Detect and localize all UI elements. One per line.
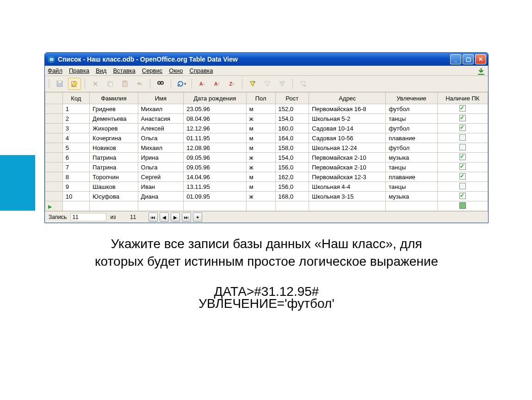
cell-address[interactable]: Первомайская 2-10 xyxy=(309,153,386,162)
cell-dob[interactable]: 09.05.96 xyxy=(184,153,247,162)
cell-address[interactable] xyxy=(309,201,386,211)
table-row[interactable]: 2ДементьеваАнастасия08.04.96ж154,0Школьн… xyxy=(45,114,488,124)
menu-edit[interactable]: Правка xyxy=(69,67,89,74)
col-hobby[interactable]: Увлечение xyxy=(386,93,437,104)
row-selector[interactable] xyxy=(45,143,63,153)
pc-checkbox[interactable] xyxy=(459,115,466,121)
cell-pc[interactable] xyxy=(437,172,488,182)
row-selector[interactable] xyxy=(45,104,63,114)
cell-hobby[interactable]: плавание xyxy=(386,133,437,143)
cell-dob[interactable]: 01.11.95 xyxy=(184,133,247,143)
cell-hobby[interactable]: танцы xyxy=(386,162,437,172)
menu-service[interactable]: Сервис xyxy=(142,67,163,74)
cell-dob[interactable]: 23.05.96 xyxy=(184,104,247,114)
cell-surname[interactable]: Торопчин xyxy=(90,172,138,182)
cell-pc[interactable] xyxy=(437,153,488,162)
cell-id[interactable]: 6 xyxy=(62,153,89,162)
cell-sex[interactable]: ж xyxy=(246,114,275,124)
table-row[interactable]: 7ПатринаОльга09.05.96ж156,0Первомайская … xyxy=(45,162,488,172)
row-selector[interactable] xyxy=(45,172,63,182)
col-name[interactable]: Имя xyxy=(138,93,184,104)
sort-asc-icon[interactable]: A↓ xyxy=(196,78,209,90)
cell-address[interactable]: Садовая 10-14 xyxy=(309,124,386,133)
cell-height[interactable]: 160,0 xyxy=(275,124,309,133)
row-selector[interactable] xyxy=(45,133,63,143)
row-selector-new[interactable]: ▶ xyxy=(45,201,63,211)
pc-checkbox[interactable] xyxy=(459,105,466,112)
cell-height[interactable]: 154,0 xyxy=(275,114,309,124)
menu-help[interactable]: Справка xyxy=(190,67,213,74)
table-row[interactable]: 3ЖихоревАлексей12.12.96м160,0Садовая 10-… xyxy=(45,124,488,133)
cell-name[interactable] xyxy=(138,201,184,211)
pc-checkbox[interactable] xyxy=(459,154,466,160)
row-selector[interactable] xyxy=(45,114,63,124)
cell-height[interactable]: 152,0 xyxy=(275,104,309,114)
cell-dob[interactable] xyxy=(184,201,247,211)
cell-height[interactable] xyxy=(275,201,309,211)
cell-dob[interactable]: 13.11.95 xyxy=(184,182,247,192)
cell-sex[interactable] xyxy=(246,201,275,211)
cell-name[interactable]: Ольга xyxy=(138,133,184,143)
record-number-input[interactable] xyxy=(70,213,106,221)
nav-next-button[interactable]: ▶ xyxy=(171,212,180,222)
cell-dob[interactable]: 14.04.96 xyxy=(184,172,247,182)
cell-sex[interactable]: ж xyxy=(246,153,275,162)
cell-hobby[interactable]: танцы xyxy=(386,182,437,192)
cell-pc[interactable] xyxy=(437,114,488,124)
nav-prev-button[interactable]: ◀ xyxy=(160,212,169,222)
menu-file[interactable]: Файл xyxy=(48,67,62,74)
cell-sex[interactable]: м xyxy=(246,182,275,192)
autofilter-icon[interactable] xyxy=(246,78,259,90)
cell-name[interactable]: Ирина xyxy=(138,153,184,162)
cell-address[interactable]: Школьная 3-15 xyxy=(309,192,386,201)
find-icon[interactable] xyxy=(154,78,167,90)
col-sex[interactable]: Пол xyxy=(246,93,275,104)
cell-sex[interactable]: м xyxy=(246,104,275,114)
cell-pc[interactable] xyxy=(437,201,488,211)
cell-name[interactable]: Ольга xyxy=(138,162,184,172)
cell-id[interactable]: 7 xyxy=(62,162,89,172)
cell-dob[interactable]: 12.08.96 xyxy=(184,143,247,153)
minimize-button[interactable]: _ xyxy=(450,54,461,64)
cell-address[interactable]: Первомайская 2-10 xyxy=(309,162,386,172)
cell-sex[interactable]: ж xyxy=(246,192,275,201)
menu-view[interactable]: Вид xyxy=(96,67,107,74)
edit-toggle-icon[interactable] xyxy=(68,78,81,90)
col-pc[interactable]: Наличие ПК xyxy=(437,93,488,104)
cell-sex[interactable]: м xyxy=(246,124,275,133)
cell-surname[interactable]: Кочергина xyxy=(90,133,138,143)
cell-pc[interactable] xyxy=(437,143,488,153)
row-selector[interactable] xyxy=(45,153,63,162)
close-button[interactable]: ✕ xyxy=(475,54,486,64)
cell-id[interactable]: 1 xyxy=(62,104,89,114)
row-selector[interactable] xyxy=(45,182,63,192)
maximize-button[interactable]: ▢ xyxy=(463,54,474,64)
cell-name[interactable]: Сергей xyxy=(138,172,184,182)
cell-height[interactable]: 154,0 xyxy=(275,153,309,162)
cell-sex[interactable]: м xyxy=(246,172,275,182)
table-row[interactable]: 4КочергинаОльга01.11.95м164,0Садовая 10-… xyxy=(45,133,488,143)
cell-name[interactable]: Иван xyxy=(138,182,184,192)
cell-name[interactable]: Михаил xyxy=(138,104,184,114)
cell-height[interactable]: 156,0 xyxy=(275,162,309,172)
cell-sex[interactable]: м xyxy=(246,133,275,143)
cell-surname[interactable]: Жихорев xyxy=(90,124,138,133)
col-address[interactable]: Адрес xyxy=(309,93,386,104)
pc-checkbox[interactable] xyxy=(459,125,466,131)
cell-name[interactable]: Алексей xyxy=(138,124,184,133)
cell-address[interactable]: Школьная 12-24 xyxy=(309,143,386,153)
cell-pc[interactable] xyxy=(437,182,488,192)
cell-id[interactable]: 4 xyxy=(62,133,89,143)
cell-address[interactable]: Первомайская 12-3 xyxy=(309,172,386,182)
menu-insert[interactable]: Вставка xyxy=(113,67,135,74)
nav-last-button[interactable]: ⏭ xyxy=(182,212,191,222)
cell-sex[interactable]: м xyxy=(246,143,275,153)
new-record-row[interactable]: ▶ xyxy=(45,201,488,211)
row-selector[interactable] xyxy=(45,124,63,133)
cell-pc[interactable] xyxy=(437,192,488,201)
col-id[interactable]: Код xyxy=(62,93,89,104)
pc-checkbox[interactable] xyxy=(459,173,466,180)
download-icon[interactable] xyxy=(477,68,485,74)
cell-id[interactable]: 2 xyxy=(62,114,89,124)
cell-surname[interactable]: Дементьева xyxy=(90,114,138,124)
